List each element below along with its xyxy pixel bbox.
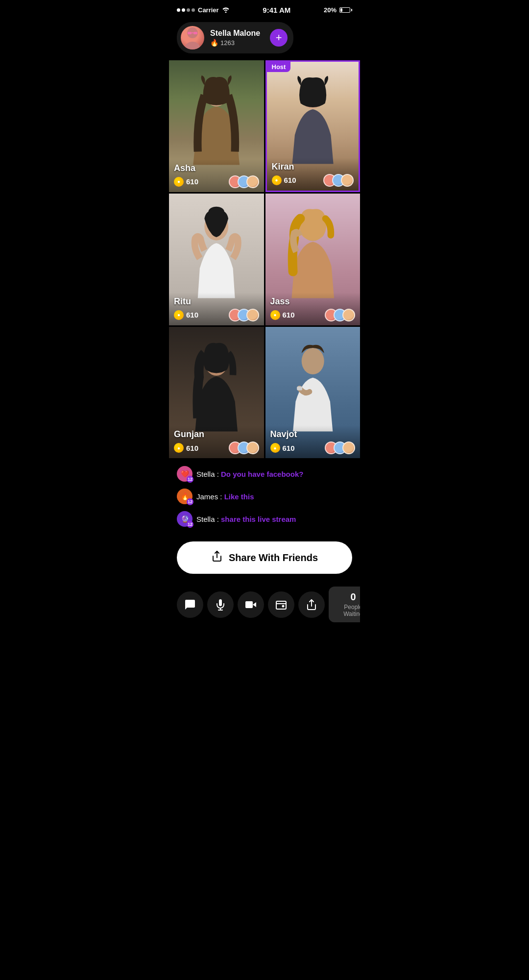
badge-number: 12 — [187, 521, 193, 528]
viewer-avatars — [325, 309, 355, 321]
host-card: Stella Malone 🔥 1263 + — [177, 22, 293, 53]
signal-dots — [177, 8, 195, 12]
host-score-value: 1263 — [220, 39, 235, 47]
viewer-avatars — [229, 441, 259, 454]
coin-icon: ● — [174, 443, 184, 453]
chat-message-content-2: Like this — [224, 492, 254, 501]
host-avatar — [181, 26, 204, 49]
cell-name-gunjan: Gunjan — [174, 429, 259, 440]
chat-badge-stella-1: ❤️ 12 — [177, 466, 192, 482]
add-button[interactable]: + — [270, 29, 288, 47]
cell-score-ritu: ● 610 — [174, 309, 259, 321]
microphone-button[interactable] — [207, 591, 234, 618]
share-icon — [211, 550, 223, 565]
score-value: 610 — [283, 311, 295, 319]
video-cell-navjot[interactable]: Navjot ● 610 — [265, 327, 361, 459]
viewer-avatars — [229, 309, 259, 321]
waiting-label: People Waiting — [337, 604, 360, 617]
svg-rect-2 — [193, 32, 197, 34]
share-with-friends-button[interactable]: Share With Friends — [177, 541, 352, 574]
chat-message-1: ❤️ 12 Stella : Do you have facebook? — [177, 466, 352, 482]
status-left: Carrier — [177, 6, 230, 14]
svg-rect-16 — [276, 601, 286, 609]
score-value: 610 — [186, 311, 198, 319]
waiting-count: 0 — [337, 591, 360, 603]
svg-point-17 — [283, 605, 284, 607]
status-time: 9:41 AM — [263, 6, 290, 14]
score-value: 610 — [283, 444, 295, 452]
svg-point-10 — [301, 348, 324, 374]
badge-number: 12 — [187, 498, 193, 505]
camera-button[interactable] — [238, 591, 264, 618]
signal-dot-1 — [177, 8, 180, 12]
fire-icon: 🔥 — [210, 39, 218, 47]
bottom-bar: 0 People Waiting — [169, 582, 360, 632]
video-cell-asha[interactable]: Asha ● 610 — [169, 60, 264, 192]
host-badge: Host — [267, 62, 291, 72]
cell-name-ritu: Ritu — [174, 296, 259, 307]
cell-name-asha: Asha — [174, 163, 259, 173]
svg-rect-1 — [188, 32, 192, 34]
cell-overlay-gunjan: Gunjan ● 610 — [169, 425, 264, 458]
viewer-avatar-3 — [342, 309, 355, 321]
chat-text-3: Stella : share this live stream — [196, 515, 296, 523]
signal-dot-2 — [182, 8, 185, 12]
share-section: Share With Friends — [169, 538, 360, 582]
chat-text-2: James : Like this — [196, 492, 254, 501]
cell-score-navjot: ● 610 — [270, 441, 356, 454]
chat-text-1: Stella : Do you have facebook? — [196, 470, 303, 478]
video-cell-gunjan[interactable]: Gunjan ● 610 — [169, 327, 264, 459]
cell-overlay-jass: Jass ● 610 — [265, 293, 361, 325]
chat-button[interactable] — [177, 591, 203, 618]
svg-rect-11 — [297, 386, 302, 390]
carrier-label: Carrier — [198, 6, 219, 14]
signal-dot-3 — [187, 8, 190, 12]
chat-message-content-1: Do you have facebook? — [221, 470, 303, 478]
score-value: 610 — [186, 177, 198, 186]
battery-icon — [339, 7, 352, 13]
chat-badge-stella-2: 🔮 12 — [177, 511, 192, 527]
cell-name-kiran: Kiran — [272, 162, 354, 172]
chat-badge-james: 🔥 12 — [177, 489, 192, 504]
cell-overlay-navjot: Navjot ● 610 — [265, 425, 361, 458]
host-info: Stella Malone 🔥 1263 — [210, 29, 260, 47]
cell-name-jass: Jass — [270, 296, 356, 307]
signal-dot-4 — [192, 8, 195, 12]
wifi-icon — [222, 6, 230, 14]
cell-name-navjot: Navjot — [270, 429, 356, 440]
coin-icon: ● — [272, 175, 282, 185]
people-waiting-panel[interactable]: 0 People Waiting — [329, 587, 360, 622]
svg-point-7 — [208, 207, 224, 218]
viewer-avatars — [323, 174, 354, 187]
svg-rect-15 — [245, 601, 253, 608]
host-name: Stella Malone — [210, 29, 260, 38]
wallet-button[interactable] — [268, 591, 294, 618]
share-button-label: Share With Friends — [229, 552, 318, 564]
coin-icon: ● — [270, 310, 280, 320]
viewer-avatar-3 — [246, 175, 259, 188]
chat-section: ❤️ 12 Stella : Do you have facebook? 🔥 1… — [169, 458, 360, 538]
share-icon-button[interactable] — [298, 591, 325, 618]
chat-message-2: 🔥 12 James : Like this — [177, 489, 352, 504]
viewer-avatar-3 — [246, 441, 259, 454]
score-value: 610 — [186, 444, 198, 452]
video-cell-jass[interactable]: Jass ● 610 — [265, 194, 361, 325]
video-cell-kiran[interactable]: Host Kiran ● 610 — [265, 60, 361, 192]
video-grid: Asha ● 610 — [169, 60, 360, 458]
cell-score-jass: ● 610 — [270, 309, 356, 321]
coin-icon: ● — [270, 443, 280, 453]
video-cell-ritu[interactable]: Ritu ● 610 — [169, 194, 264, 325]
battery-percent: 20% — [324, 6, 337, 14]
badge-number: 12 — [187, 476, 193, 483]
score-value: 610 — [284, 176, 296, 184]
cell-score-gunjan: ● 610 — [174, 441, 259, 454]
viewer-avatar-3 — [341, 174, 354, 187]
cell-overlay-asha: Asha ● 610 — [169, 159, 264, 192]
chat-message-content-3: share this live stream — [221, 515, 296, 523]
viewer-avatar-3 — [342, 441, 355, 454]
cell-overlay-ritu: Ritu ● 610 — [169, 293, 264, 325]
coin-icon: ● — [174, 177, 184, 187]
cell-score-kiran: ● 610 — [272, 174, 354, 187]
status-bar: Carrier 9:41 AM 20% — [169, 0, 360, 18]
viewer-avatar-3 — [246, 309, 259, 321]
